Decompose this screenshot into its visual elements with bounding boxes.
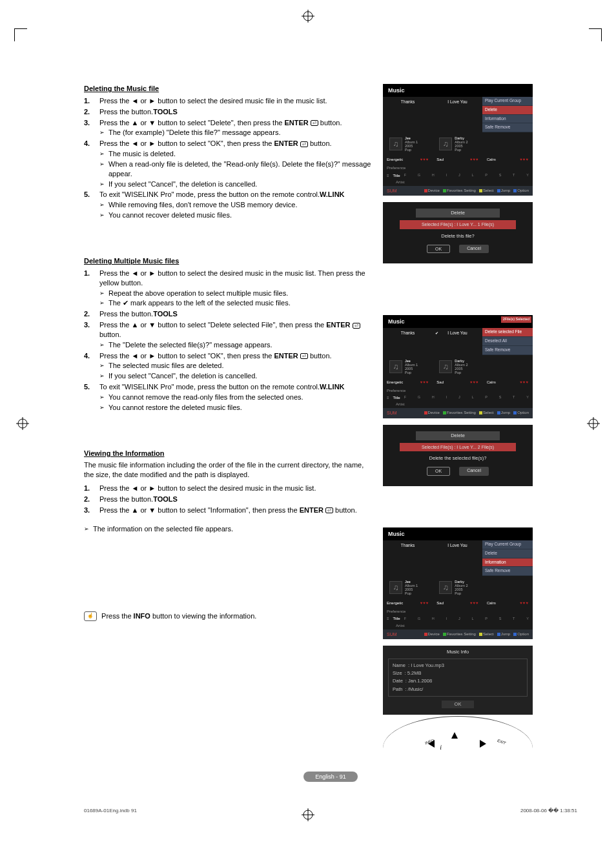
step: 3.Press the ▲ or ▼ button to select "Del…	[84, 320, 371, 350]
legend-item: Device	[424, 410, 440, 416]
step: 1.Press the ◄ or ► button to select the …	[84, 96, 371, 106]
svg-marker-13	[480, 740, 486, 748]
step: 5.To exit "WISELINK Pro" mode, press the…	[84, 190, 371, 220]
menu-item[interactable]: Information	[482, 558, 533, 568]
music-note-icon: ♫	[439, 581, 452, 594]
intro-text: The music file information including the…	[84, 460, 371, 480]
music-info-panel: Music Info Name: I Love You.mp3 Size: 5.…	[383, 646, 533, 715]
context-menu: Play Current GroupDeleteInformationSafe …	[482, 540, 533, 576]
section-heading-delete-file: Deleting the Music file	[84, 84, 371, 94]
legend-item: Option	[513, 410, 529, 416]
enter-icon: ⏎	[325, 507, 333, 513]
osd-screenshot-delete-multiple: Music 2File(s) Selected Thanks ✔I Love Y…	[383, 315, 533, 418]
menu-item[interactable]: Safe Remove	[482, 123, 533, 132]
osd-screenshot-delete: Music Thanks I Love You Play Current Gro…	[383, 84, 533, 196]
music-note-icon: ♫	[439, 360, 452, 373]
legend-item: Option	[513, 188, 529, 194]
legend-item: Jump	[497, 410, 511, 416]
legend-item: Select	[479, 410, 494, 416]
step: 4.Press the ◄ or ► button to select "OK"…	[84, 139, 371, 189]
music-note-icon: ♫	[439, 138, 452, 150]
music-note-icon: ♫	[389, 138, 402, 150]
step: 3.Press the ▲ or ▼ button to select "Inf…	[84, 506, 371, 515]
menu-item[interactable]: Deselect All	[482, 337, 533, 346]
menu-item[interactable]: Delete	[482, 106, 533, 115]
info-appears-note: The information on the selected file app…	[84, 524, 371, 534]
registration-mark-right	[587, 417, 600, 430]
step: 1.Press the ◄ or ► button to select the …	[84, 484, 371, 493]
menu-item[interactable]: Information	[482, 115, 533, 124]
registration-mark-bottom	[302, 808, 314, 821]
menu-item[interactable]: Delete selected File	[482, 328, 533, 337]
info-tip: ☝ Press the INFO button to viewing the i…	[84, 611, 371, 621]
osd-screenshot-info: Music Thanks I Love You Play Current Gro…	[383, 527, 533, 639]
instruction-column: Deleting the Music file 1.Press the ◄ or…	[84, 84, 371, 755]
legend-item: Favorites Setting	[443, 410, 476, 416]
section-heading-delete-multiple: Deleting Multiple Music files	[84, 256, 371, 266]
context-menu: Delete selected FileDeselect AllSafe Rem…	[482, 328, 533, 354]
legend-item: Favorites Setting	[443, 188, 476, 194]
ok-button[interactable]: OK	[427, 245, 450, 253]
registration-mark-top	[302, 10, 314, 23]
menu-item[interactable]: Safe Remove	[482, 567, 533, 576]
steps-delete-multiple: 1.Press the ◄ or ► button to select the …	[84, 269, 371, 413]
step: 1.Press the ◄ or ► button to select the …	[84, 269, 371, 308]
context-menu: Play Current GroupDeleteInformationSafe …	[482, 97, 533, 132]
menu-item[interactable]: Play Current Group	[482, 97, 533, 106]
menu-item[interactable]: Safe Remove	[482, 346, 533, 355]
section-heading-view-info: Viewing the Information	[84, 449, 371, 458]
menu-item[interactable]: Play Current Group	[482, 540, 533, 549]
legend-item: Device	[424, 188, 440, 194]
legend-item: Select	[479, 631, 494, 637]
legend-item: Device	[424, 631, 440, 637]
enter-icon: ⏎	[300, 353, 308, 359]
crop-corner	[14, 28, 27, 41]
osd-column: Music Thanks I Love You Play Current Gro…	[383, 84, 533, 755]
page-footer: English - 91	[84, 772, 577, 782]
remote-control-illustration: INFO i EXIT	[383, 716, 533, 755]
enter-icon: ⏎	[300, 141, 308, 147]
step: 2.Press the button.TOOLS	[84, 107, 371, 117]
svg-marker-14	[451, 732, 458, 739]
crop-corner	[589, 28, 602, 41]
step: 5.To exit "WISELINK Pro" mode, press the…	[84, 382, 371, 413]
legend-item: Option	[513, 631, 529, 637]
step: 2.Press the button.TOOLS	[84, 309, 371, 319]
delete-confirm-dialog: Delete Selected File(s) : I Love Y... 1 …	[383, 202, 533, 263]
delete-selected-confirm-dialog: Delete Selected File(s) : I Love Y... 2 …	[383, 425, 533, 486]
steps-delete-file: 1.Press the ◄ or ► button to select the …	[84, 96, 371, 220]
checkmark-icon: ✔	[435, 331, 438, 336]
legend-item: Jump	[497, 631, 511, 637]
legend-item: Favorites Setting	[443, 631, 476, 637]
step: 2.Press the button.TOOLS	[84, 495, 371, 504]
remote-hint-icon: ☝	[84, 611, 97, 621]
enter-icon: ⏎	[353, 323, 360, 329]
page-number: English - 91	[303, 772, 358, 782]
remote-arrows-icon	[383, 717, 533, 755]
selected-count-badge: 2File(s) Selected	[501, 316, 531, 322]
registration-mark-left	[16, 417, 29, 430]
svg-marker-12	[428, 740, 435, 748]
cancel-button[interactable]: Cancel	[459, 467, 489, 475]
legend-item: Jump	[497, 188, 511, 194]
step: 3.Press the ▲ or ▼ button to select "Del…	[84, 118, 371, 138]
menu-item[interactable]: Delete	[482, 549, 533, 558]
music-note-icon: ♫	[389, 360, 402, 373]
print-metadata: 01689A-01Eng.indb 91 2008-08-06 �� 1:38:…	[84, 808, 577, 815]
steps-view-info: 1.Press the ◄ or ► button to select the …	[84, 484, 371, 515]
music-note-icon: ♫	[389, 581, 402, 594]
cancel-button[interactable]: Cancel	[459, 245, 489, 253]
step: 4.Press the ◄ or ► button to select "OK"…	[84, 351, 371, 382]
ok-button[interactable]: OK	[427, 467, 450, 475]
enter-icon: ⏎	[311, 120, 318, 126]
ok-button[interactable]: OK	[442, 701, 474, 708]
legend-item: Select	[479, 188, 494, 194]
